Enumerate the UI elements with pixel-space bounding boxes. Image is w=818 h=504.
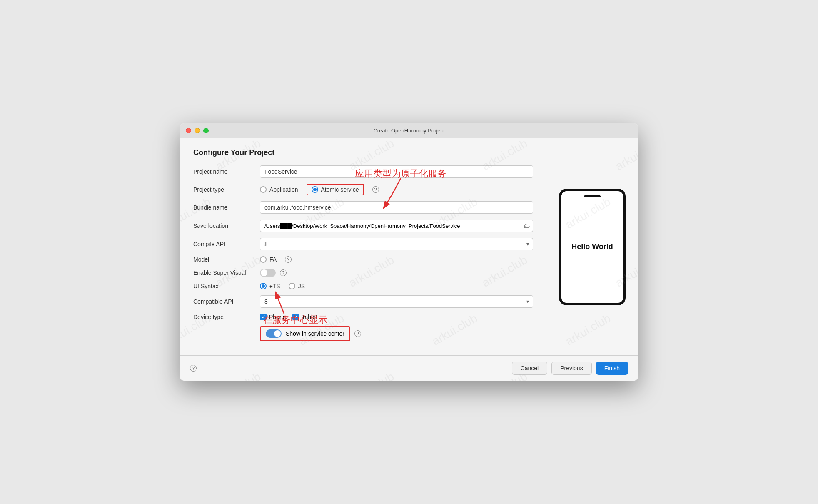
device-type-label: Device type [193, 314, 260, 320]
radio-atomic[interactable]: Atomic service [312, 186, 359, 193]
radio-fa-label: FA [269, 256, 277, 263]
model-row: Model FA ? [193, 256, 533, 263]
form-section: 应用类型为原子化服务 Configure Your Project Projec… [180, 138, 546, 355]
project-type-radio-group: Application Atomic service ? [260, 184, 379, 195]
device-type-checkbox-group: Phone Tablet [260, 314, 317, 320]
checkbox-phone[interactable]: Phone [260, 314, 286, 320]
footer-help-icon[interactable]: ? [190, 365, 197, 372]
radio-js-circle [289, 283, 295, 289]
close-button[interactable] [186, 128, 191, 133]
ui-syntax-radio-group: eTS JS [260, 283, 305, 289]
phone-preview: Hello World [559, 189, 626, 305]
maximize-button[interactable] [203, 128, 209, 133]
section-title: Configure Your Project [193, 148, 533, 157]
checkbox-tablet-box [292, 314, 299, 320]
minimize-button[interactable] [195, 128, 200, 133]
compile-api-row: Compile API 8 9 10 ▾ [193, 238, 533, 250]
model-radio-group: FA ? [260, 256, 292, 263]
enable-super-visual-label: Enable Super Visual [193, 269, 260, 276]
super-visual-toggle[interactable] [260, 269, 276, 277]
radio-js-label: JS [298, 283, 305, 289]
footer-buttons: Cancel Previous Finish [512, 362, 628, 375]
bundle-name-label: Bundle name [193, 204, 260, 211]
footer-help: ? [190, 365, 197, 372]
project-type-row: Project type Application Atomic service … [193, 184, 533, 195]
radio-ets[interactable]: eTS [260, 283, 280, 289]
project-type-label: Project type [193, 186, 260, 193]
show-service-help-icon[interactable]: ? [354, 330, 361, 337]
bundle-name-row: Bundle name [193, 201, 533, 214]
radio-application[interactable]: Application [260, 186, 298, 193]
radio-application-label: Application [269, 186, 298, 193]
radio-ets-circle [260, 283, 267, 289]
ui-syntax-row: UI Syntax eTS JS [193, 283, 533, 289]
show-service-label: Show in service center [286, 330, 344, 337]
enable-super-visual-row: Enable Super Visual ? [193, 269, 533, 277]
compile-api-select[interactable]: 8 9 10 [260, 238, 533, 250]
radio-application-circle [260, 186, 267, 193]
project-name-row: Project name [193, 165, 533, 178]
compatible-api-label: Compatible API [193, 298, 260, 305]
show-service-row-outer: Show in service center ? [193, 326, 533, 341]
radio-ets-label: eTS [269, 283, 280, 289]
device-type-row: Device type Phone Tablet [193, 314, 533, 320]
checkbox-phone-label: Phone [269, 314, 286, 320]
hello-world-text: Hello World [571, 242, 613, 251]
compatible-api-select[interactable]: 8 9 [260, 295, 533, 308]
main-window: arkui.club arkui.club arkui.club arkui.c… [180, 123, 638, 381]
checkbox-phone-box [260, 314, 267, 320]
folder-icon[interactable]: 🗁 [524, 222, 530, 229]
preview-section: Hello World [546, 138, 638, 355]
radio-fa-circle [260, 256, 267, 263]
save-location-wrapper: 🗁 [260, 220, 533, 232]
atomic-service-box: Atomic service [307, 184, 364, 195]
project-name-input[interactable] [260, 165, 533, 178]
show-service-box: Show in service center [260, 326, 350, 341]
project-name-label: Project name [193, 168, 260, 175]
ui-syntax-label: UI Syntax [193, 283, 260, 289]
save-location-row: Save location 🗁 [193, 220, 533, 232]
compile-api-select-wrapper: 8 9 10 ▾ [260, 238, 533, 250]
super-visual-help-icon[interactable]: ? [280, 269, 287, 276]
show-service-toggle[interactable] [266, 329, 282, 338]
finish-button[interactable]: Finish [596, 362, 628, 375]
footer: ? Cancel Previous Finish [180, 355, 638, 381]
radio-js[interactable]: JS [289, 283, 305, 289]
previous-button[interactable]: Previous [551, 362, 591, 375]
save-location-label: Save location [193, 222, 260, 229]
project-type-help-icon[interactable]: ? [372, 186, 379, 193]
model-help-icon[interactable]: ? [285, 256, 292, 263]
titlebar: Create OpenHarmony Project [180, 123, 638, 138]
cancel-button[interactable]: Cancel [512, 362, 548, 375]
checkbox-tablet[interactable]: Tablet [292, 314, 317, 320]
compatible-api-select-wrapper: 8 9 ▾ [260, 295, 533, 308]
traffic-lights [186, 128, 209, 133]
radio-atomic-circle [312, 186, 318, 193]
content-area: 应用类型为原子化服务 Configure Your Project Projec… [180, 138, 638, 355]
bundle-name-input[interactable] [260, 201, 533, 214]
compile-api-label: Compile API [193, 241, 260, 247]
save-location-input[interactable] [260, 220, 533, 232]
checkbox-tablet-label: Tablet [302, 314, 317, 320]
radio-atomic-label: Atomic service [321, 186, 359, 193]
compatible-api-row: Compatible API 8 9 ▾ [193, 295, 533, 308]
window-title: Create OpenHarmony Project [373, 127, 444, 134]
model-label: Model [193, 256, 260, 263]
radio-fa[interactable]: FA [260, 256, 277, 263]
